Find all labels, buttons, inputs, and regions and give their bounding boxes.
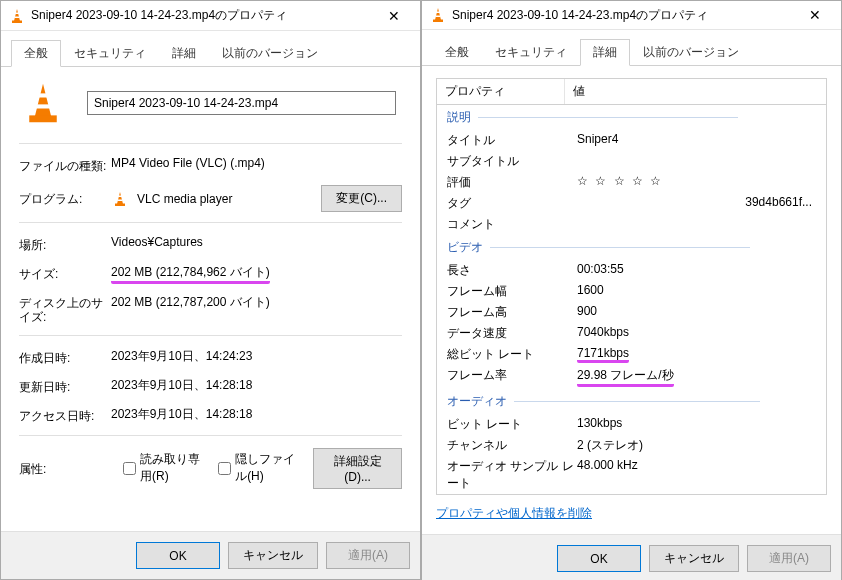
window-title: Sniper4 2023-09-10 14-24-23.mp4のプロパティ bbox=[31, 7, 374, 24]
group-media: メディア bbox=[437, 494, 826, 495]
file-type-value: MP4 Video File (VLC) (.mp4) bbox=[111, 156, 402, 170]
divider bbox=[19, 222, 402, 223]
tab-security[interactable]: セキュリティ bbox=[61, 40, 159, 67]
details-list[interactable]: 説明 タイトルSniper4 サブタイトル 評価☆ ☆ ☆ ☆ ☆ タグ39d4… bbox=[436, 105, 827, 495]
accessed-value: 2023年9月10日、14:28:18 bbox=[111, 406, 402, 423]
svg-rect-3 bbox=[29, 115, 57, 122]
detail-channels-value: 2 (ステレオ) bbox=[577, 437, 816, 454]
svg-rect-6 bbox=[115, 203, 125, 206]
size-on-disk-label: ディスク上のサイズ: bbox=[19, 294, 111, 325]
detail-frameheight-value: 900 bbox=[577, 304, 816, 321]
divider bbox=[19, 435, 402, 436]
cancel-button[interactable]: キャンセル bbox=[649, 545, 739, 572]
svg-rect-0 bbox=[12, 20, 22, 23]
detail-framerate-label: フレーム率 bbox=[447, 367, 577, 387]
dialog-footer: OK キャンセル 適用(A) bbox=[1, 531, 420, 579]
apply-button[interactable]: 適用(A) bbox=[326, 542, 410, 569]
detail-framerate-value: 29.98 フレーム/秒 bbox=[577, 367, 674, 387]
svg-rect-1 bbox=[15, 12, 19, 14]
accessed-label: アクセス日時: bbox=[19, 406, 111, 425]
tab-security[interactable]: セキュリティ bbox=[482, 39, 580, 66]
ok-button[interactable]: OK bbox=[557, 545, 641, 572]
properties-dialog-details: Sniper4 2023-09-10 14-24-23.mp4のプロパティ ✕ … bbox=[421, 0, 842, 580]
detail-datarate-value: 7040kbps bbox=[577, 325, 816, 342]
tab-general[interactable]: 全般 bbox=[11, 40, 61, 67]
detail-subtitle-value bbox=[577, 153, 816, 170]
modified-label: 更新日時: bbox=[19, 377, 111, 396]
created-label: 作成日時: bbox=[19, 348, 111, 367]
group-video: ビデオ bbox=[437, 235, 826, 260]
column-property[interactable]: プロパティ bbox=[437, 79, 565, 104]
detail-tag-value: 39d4b661f... bbox=[577, 195, 816, 212]
vlc-cone-icon bbox=[19, 81, 67, 125]
titlebar: Sniper4 2023-09-10 14-24-23.mp4のプロパティ ✕ bbox=[1, 1, 420, 31]
apply-button[interactable]: 適用(A) bbox=[747, 545, 831, 572]
modified-value: 2023年9月10日、14:28:18 bbox=[111, 377, 402, 394]
divider bbox=[19, 143, 402, 144]
detail-tag-label: タグ bbox=[447, 195, 577, 212]
tab-general[interactable]: 全般 bbox=[432, 39, 482, 66]
location-value: Videos¥Captures bbox=[111, 235, 402, 249]
vlc-cone-icon bbox=[111, 191, 129, 207]
location-label: 場所: bbox=[19, 235, 111, 254]
close-button[interactable]: ✕ bbox=[374, 2, 414, 30]
detail-framewidth-label: フレーム幅 bbox=[447, 283, 577, 300]
ok-button[interactable]: OK bbox=[136, 542, 220, 569]
detail-channels-label: チャンネル bbox=[447, 437, 577, 454]
size-on-disk-value: 202 MB (212,787,200 バイト) bbox=[111, 294, 402, 311]
close-button[interactable]: ✕ bbox=[795, 1, 835, 29]
detail-rating-label: 評価 bbox=[447, 174, 577, 191]
details-header: プロパティ 値 bbox=[436, 78, 827, 105]
window-title: Sniper4 2023-09-10 14-24-23.mp4のプロパティ bbox=[452, 7, 795, 24]
readonly-checkbox[interactable]: 読み取り専用(R) bbox=[123, 451, 206, 485]
filename-input[interactable]: Sniper4 2023-09-10 14-24-23.mp4 bbox=[87, 91, 396, 115]
tab-details[interactable]: 詳細 bbox=[580, 39, 630, 66]
vlc-cone-icon bbox=[9, 8, 25, 24]
detail-comment-label: コメント bbox=[447, 216, 577, 233]
program-value: VLC media player bbox=[137, 192, 232, 206]
detail-title-label: タイトル bbox=[447, 132, 577, 149]
file-type-label: ファイルの種類: bbox=[19, 156, 111, 175]
tab-strip: 全般 セキュリティ 詳細 以前のバージョン bbox=[1, 31, 420, 67]
svg-rect-7 bbox=[118, 195, 122, 197]
remove-properties-link[interactable]: プロパティや個人情報を削除 bbox=[436, 505, 827, 522]
detail-totalbitrate-value: 7171kbps bbox=[577, 346, 629, 363]
detail-audiobitrate-value: 130kbps bbox=[577, 416, 816, 433]
cancel-button[interactable]: キャンセル bbox=[228, 542, 318, 569]
detail-audiobitrate-label: ビット レート bbox=[447, 416, 577, 433]
detail-audiosample-value: 48.000 kHz bbox=[577, 458, 816, 492]
detail-length-value: 00:03:55 bbox=[577, 262, 816, 279]
group-description: 説明 bbox=[437, 105, 826, 130]
hidden-checkbox[interactable]: 隠しファイル(H) bbox=[218, 451, 301, 485]
detail-datarate-label: データ速度 bbox=[447, 325, 577, 342]
detail-subtitle-label: サブタイトル bbox=[447, 153, 577, 170]
vlc-cone-icon bbox=[430, 7, 446, 23]
dialog-footer: OK キャンセル 適用(A) bbox=[422, 534, 841, 580]
details-tab-content: プロパティ 値 説明 タイトルSniper4 サブタイトル 評価☆ ☆ ☆ ☆ … bbox=[422, 66, 841, 534]
size-value: 202 MB (212,784,962 バイト) bbox=[111, 264, 270, 284]
detail-length-label: 長さ bbox=[447, 262, 577, 279]
svg-rect-10 bbox=[436, 12, 440, 14]
tab-previous-versions[interactable]: 以前のバージョン bbox=[209, 40, 331, 67]
detail-audiosample-label: オーディオ サンプル レート bbox=[447, 458, 577, 492]
svg-rect-2 bbox=[15, 16, 20, 18]
attributes-label: 属性: bbox=[19, 459, 111, 478]
change-program-button[interactable]: 変更(C)... bbox=[321, 185, 402, 212]
rating-stars[interactable]: ☆ ☆ ☆ ☆ ☆ bbox=[577, 174, 816, 191]
tab-details[interactable]: 詳細 bbox=[159, 40, 209, 67]
svg-rect-9 bbox=[433, 20, 443, 23]
divider bbox=[19, 335, 402, 336]
svg-rect-11 bbox=[436, 16, 441, 18]
column-value[interactable]: 値 bbox=[565, 79, 593, 104]
detail-frameheight-label: フレーム高 bbox=[447, 304, 577, 321]
group-audio: オーディオ bbox=[437, 389, 826, 414]
program-label: プログラム: bbox=[19, 189, 111, 208]
svg-rect-5 bbox=[36, 104, 50, 108]
detail-comment-value bbox=[577, 216, 816, 233]
detail-framewidth-value: 1600 bbox=[577, 283, 816, 300]
tab-previous-versions[interactable]: 以前のバージョン bbox=[630, 39, 752, 66]
svg-rect-8 bbox=[118, 199, 123, 201]
advanced-button[interactable]: 詳細設定(D)... bbox=[313, 448, 402, 489]
svg-rect-4 bbox=[38, 93, 49, 97]
titlebar: Sniper4 2023-09-10 14-24-23.mp4のプロパティ ✕ bbox=[422, 1, 841, 30]
